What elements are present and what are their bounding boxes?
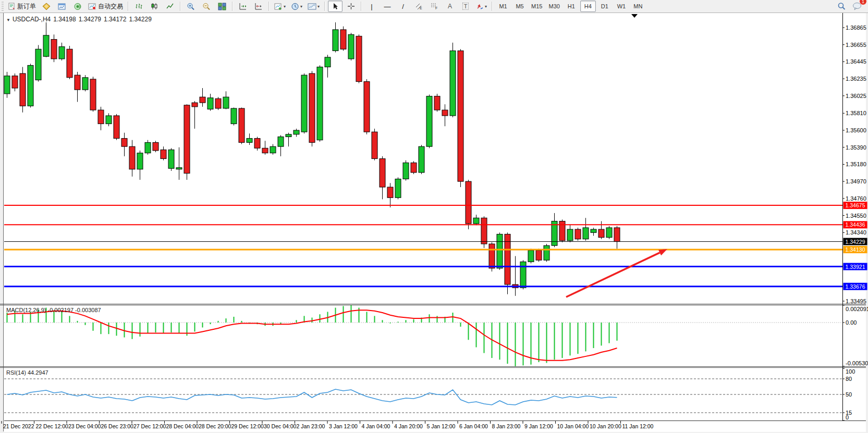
chevron-down-icon: ▾ [300, 4, 302, 9]
candle [325, 57, 331, 67]
price-axis-label: 1.36865 [846, 24, 866, 31]
candle [137, 153, 143, 169]
candle [473, 218, 479, 224]
auto-scroll-button[interactable] [236, 1, 250, 12]
crosshair-button[interactable] [344, 1, 358, 12]
timeframe-button-m5[interactable]: M5 [512, 1, 528, 12]
candle [356, 36, 362, 81]
autotrading-label: 自动交易 [98, 2, 123, 11]
time-axis-label: 4 Jan 04:00 [362, 423, 390, 429]
toolbar-separator [361, 2, 362, 11]
cursor-button[interactable] [328, 1, 343, 12]
bar-chart-button[interactable] [131, 1, 146, 12]
notifications-button[interactable]: 1 [850, 1, 864, 12]
candle [106, 116, 112, 124]
candle [168, 150, 174, 168]
arrows-button[interactable]: ▾ [474, 1, 489, 12]
fibonacci-button[interactable]: F [427, 1, 442, 12]
timeframe-button-m15[interactable]: M15 [529, 1, 545, 12]
price-axis-label: 1.36235 [846, 76, 866, 82]
timeframe-button-h1[interactable]: H1 [564, 1, 579, 12]
autotrading-button[interactable]: 自动交易 [86, 1, 125, 12]
templates-button[interactable]: ▾ [305, 1, 322, 12]
candle [380, 159, 385, 188]
candle [12, 76, 18, 88]
line-chart-button[interactable] [163, 1, 177, 12]
candle [419, 146, 424, 172]
candle [442, 110, 448, 116]
search-button[interactable] [834, 1, 849, 12]
candle [82, 78, 88, 90]
new-order-label: 新订单 [17, 2, 36, 11]
candle [567, 229, 573, 241]
zoom-out-icon [202, 3, 211, 10]
sound-icon [74, 3, 82, 10]
candle [98, 110, 104, 123]
timeframe-button-m30[interactable]: M30 [546, 1, 562, 12]
candlestick-button[interactable] [147, 1, 162, 12]
candle [333, 30, 338, 51]
vertical-line-button[interactable]: | [364, 1, 379, 12]
timeframe-button-d1[interactable]: D1 [597, 1, 613, 12]
price-axis-label: 1.34760 [846, 195, 866, 202]
auto-scroll-icon [239, 3, 247, 10]
alerts-button[interactable] [70, 1, 85, 12]
candle [411, 163, 417, 172]
toolbar-right: 1 [834, 1, 865, 12]
horizontal-line-button[interactable]: — [380, 1, 395, 12]
history-center-button[interactable] [39, 1, 54, 12]
line-chart-icon [166, 3, 174, 10]
timeframe-button-h4[interactable]: H4 [580, 1, 596, 12]
candle [598, 229, 604, 238]
symbol-period: USDCAD-,H4 [13, 16, 51, 23]
candle [215, 98, 221, 108]
time-axis-label: 27 Dec 12:00 [133, 423, 166, 429]
channel-button[interactable]: E [411, 1, 426, 12]
time-axis-label: 4 Jan 20:00 [394, 423, 423, 429]
indicators-button[interactable]: ▾ [272, 1, 288, 12]
zoom-in-button[interactable] [184, 1, 198, 12]
bar-chart-icon [135, 3, 143, 10]
candle [466, 181, 471, 224]
chart-shift-button[interactable] [251, 1, 266, 12]
tile-windows-button[interactable] [215, 1, 229, 12]
timeframe-button-w1[interactable]: W1 [614, 1, 629, 12]
candle [278, 137, 284, 147]
time-axis-label: 28 Dec 20:00 [199, 423, 231, 429]
cursor-icon [332, 3, 339, 10]
time-axis-label: 28 Dec 04:00 [166, 423, 199, 429]
candle [239, 108, 244, 142]
price-axis-label: 1.35180 [846, 161, 866, 167]
time-axis-label: 10 Jan 20:00 [590, 423, 621, 429]
time-axis-label: 30 Dec 04:00 [264, 423, 297, 429]
candle [536, 251, 542, 261]
chart-canvas[interactable]: 1.368651.366551.364451.362351.360251.358… [0, 0, 868, 433]
svg-text:E: E [420, 6, 422, 10]
timeframe-button-mn[interactable]: MN [630, 1, 646, 12]
periods-button[interactable]: ▾ [289, 1, 304, 12]
new-chart-button[interactable] [55, 1, 69, 12]
price-tag-label: 1.33676 [846, 283, 865, 290]
zoom-out-button[interactable] [199, 1, 214, 12]
text-label-button[interactable]: T [458, 1, 473, 12]
candle [114, 116, 119, 139]
candle [458, 51, 463, 181]
candle [606, 228, 612, 238]
text-button[interactable]: A [443, 1, 457, 12]
trendline-button[interactable]: / [396, 1, 410, 12]
new-order-button[interactable]: 新订单 [6, 1, 38, 12]
candle [434, 96, 440, 110]
price-axis-label: 1.36445 [846, 58, 866, 65]
candle [121, 139, 127, 147]
macd-label: MACD(12,26,9) -0.002197 -0.003087 [6, 307, 101, 313]
candle [67, 49, 72, 78]
price-tag-label: 1.34675 [846, 202, 865, 208]
toolbar-separator [232, 2, 233, 11]
candle [317, 67, 323, 140]
timeframe-button-m1[interactable]: M1 [495, 1, 511, 12]
price-axis-label: 1.34550 [846, 213, 866, 219]
gold-diamond-icon [42, 3, 51, 10]
price-axis-label: 1.35810 [846, 110, 866, 116]
channel-icon: E [415, 3, 423, 10]
candle [403, 163, 409, 179]
